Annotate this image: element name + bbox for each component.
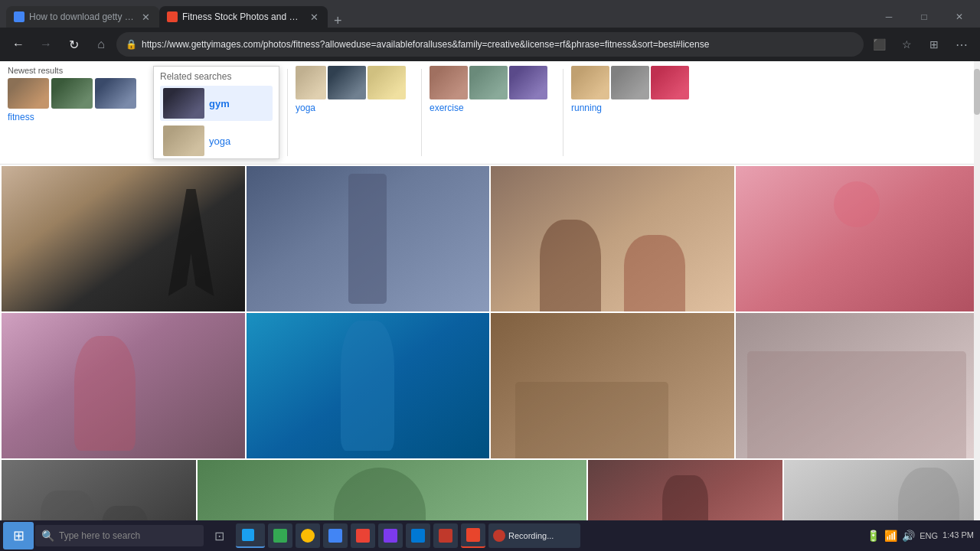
photo-item-4[interactable] (736, 166, 979, 311)
taskbar-language: ENG (920, 531, 938, 540)
scrollbar-thumb[interactable] (974, 69, 980, 115)
strip-yoga-thumbs (296, 66, 406, 99)
related-thumb-gym (163, 88, 204, 119)
strip-exercise[interactable]: exercise (430, 66, 547, 159)
taskbar-icon-8[interactable] (461, 523, 485, 548)
photo-item-12[interactable] (784, 460, 978, 520)
strip-exercise-label: exercise (430, 103, 464, 113)
newest-thumb-3[interactable] (95, 78, 136, 109)
taskbar-time: 1:43 PM (942, 530, 974, 540)
strip-running-label: running (571, 103, 602, 113)
photo-item-9[interactable] (2, 460, 196, 520)
task-view-button[interactable]: ⊡ (205, 523, 233, 548)
related-label-yoga: yoga (209, 135, 230, 147)
photo-item-8[interactable] (736, 313, 979, 458)
lock-icon: 🔒 (126, 39, 137, 50)
tab-title-2: Fitness Stock Photos and Pict... (182, 11, 303, 22)
back-button[interactable]: ← (6, 32, 31, 57)
window-controls: ─ □ ✕ (871, 6, 980, 28)
related-label-gym: gym (209, 98, 230, 109)
photo-item-1[interactable] (2, 166, 245, 311)
tab-inactive[interactable]: How to download getty imag... ✕ (6, 6, 159, 28)
taskbar-icon-5[interactable] (378, 523, 403, 548)
taskbar-search-placeholder: Type here to search (59, 530, 140, 541)
tab-active[interactable]: Fitness Stock Photos and Pict... ✕ (159, 6, 328, 28)
address-text: https://www.gettyimages.com/photos/fitne… (142, 39, 854, 50)
browser-window: How to download getty imag... ✕ Fitness … (0, 0, 980, 61)
home-button[interactable]: ⌂ (89, 32, 113, 57)
taskbar-icons-row: Recording... (268, 523, 580, 548)
main-content: Newest results fitness Related searches … (0, 61, 980, 520)
strip-running-thumbs (571, 66, 689, 99)
photo-row-3 (2, 460, 978, 520)
photo-item-3[interactable] (491, 166, 734, 311)
favorites-button[interactable]: ☆ (894, 32, 919, 57)
divider-3 (563, 69, 564, 156)
taskbar-search-icon: 🔍 (41, 530, 54, 542)
settings-button[interactable]: ⋯ (949, 32, 974, 57)
taskbar-battery-icon: 🔋 (867, 530, 880, 542)
top-section: Newest results fitness Related searches … (0, 61, 980, 165)
taskbar-volume-icon: 🔊 (902, 530, 915, 542)
photo-item-7[interactable] (491, 313, 734, 458)
taskbar-icon-7[interactable] (433, 523, 458, 548)
photo-item-5[interactable] (2, 313, 245, 458)
taskbar-icon-1[interactable] (268, 523, 292, 548)
strip-exercise-thumbs (430, 66, 547, 99)
taskbar-icon-3[interactable] (323, 523, 348, 548)
newest-results-panel: Newest results fitness (8, 66, 153, 159)
photo-item-6[interactable] (247, 313, 490, 458)
reload-button[interactable]: ↻ (61, 32, 86, 57)
newest-label: Newest results (8, 66, 147, 75)
taskbar: ⊞ 🔍 Type here to search ⊡ (0, 520, 980, 551)
photo-row-1 (2, 166, 978, 311)
tab-bar: How to download getty imag... ✕ Fitness … (0, 0, 980, 28)
new-tab-button[interactable]: + (328, 14, 348, 28)
taskbar-time-block[interactable]: 1:43 PM (942, 530, 974, 540)
related-title: Related searches (160, 71, 273, 82)
photo-item-11[interactable] (588, 460, 782, 520)
taskbar-icon-4[interactable] (351, 523, 375, 548)
newest-thumb-2[interactable] (51, 78, 93, 109)
strip-running[interactable]: running (571, 66, 689, 159)
tab-title-1: How to download getty imag... (29, 11, 135, 22)
taskbar-icon-6[interactable] (406, 523, 430, 548)
related-item-yoga[interactable]: yoga (160, 123, 273, 158)
related-thumb-yoga (163, 126, 204, 156)
tab-close-1[interactable]: ✕ (139, 11, 152, 23)
photo-item-2[interactable] (247, 166, 490, 311)
maximize-button[interactable]: □ (906, 6, 942, 28)
tab-favicon-1 (14, 11, 24, 22)
photo-item-10[interactable] (198, 460, 586, 520)
newest-thumbnails (8, 78, 147, 109)
related-dropdown: Related searches gym yoga (153, 66, 279, 159)
newest-link[interactable]: fitness (8, 112, 147, 122)
taskbar-icon-2[interactable] (296, 523, 320, 548)
start-button[interactable]: ⊞ (3, 522, 34, 549)
address-bar[interactable]: 🔒 https://www.gettyimages.com/photos/fit… (116, 32, 864, 57)
photo-row-2 (2, 313, 978, 458)
photo-grid (0, 165, 980, 520)
minimize-button[interactable]: ─ (871, 6, 906, 28)
strip-yoga[interactable]: yoga (296, 66, 406, 159)
divider-2 (421, 69, 422, 156)
extensions-button[interactable]: ⬛ (867, 32, 891, 57)
scrollbar[interactable] (974, 61, 980, 520)
taskbar-app-edge[interactable] (236, 523, 265, 548)
close-button[interactable]: ✕ (942, 6, 977, 28)
divider-1 (287, 69, 288, 156)
forward-button[interactable]: → (34, 32, 58, 57)
collections-button[interactable]: ⊞ (922, 32, 946, 57)
taskbar-search[interactable]: 🔍 Type here to search (35, 525, 204, 546)
address-bar-row: ← → ↻ ⌂ 🔒 https://www.gettyimages.com/ph… (0, 28, 980, 61)
newest-thumb-1[interactable] (8, 78, 49, 109)
taskbar-icon-recording[interactable]: Recording... (488, 523, 580, 548)
taskbar-edge-icon (242, 529, 254, 541)
taskbar-network-icon: 📶 (884, 530, 897, 542)
taskbar-right-section: 🔋 📶 🔊 ENG 1:43 PM (867, 530, 977, 542)
tab-close-2[interactable]: ✕ (308, 11, 320, 23)
related-item-gym[interactable]: gym (160, 86, 273, 121)
strip-yoga-label: yoga (296, 103, 315, 113)
tab-favicon-2 (167, 11, 178, 22)
